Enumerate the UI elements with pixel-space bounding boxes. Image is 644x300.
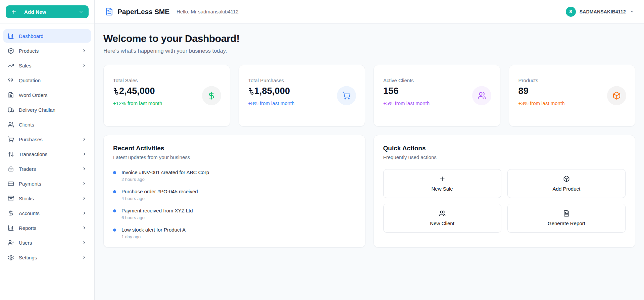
list-item: Invoice #INV-001 created for ABC Corp 2 … [113,169,356,182]
package-icon [563,176,570,182]
stat-card-total-sales: Total Sales 2,45,000 +12% from last mont… [103,65,230,127]
sidebar-item-label: Traders [19,166,36,172]
sidebar-item-label: Stocks [19,196,34,201]
sidebar-item-label: Reports [19,225,37,231]
taka-currency-symbol [248,87,254,95]
stat-number: 89 [518,86,529,96]
stat-label: Active Clients [383,78,491,83]
stat-icon-circle [472,86,491,105]
sidebar-item-reports[interactable]: Reports [3,221,91,235]
dashboard-content: Welcome to your Dashboard! Here's what's… [95,23,644,300]
quick-actions-grid: New Sale Add Product New Client Gen [383,169,626,233]
quick-action-label: Generate Report [548,220,585,226]
taka-currency-symbol [113,87,119,95]
plus-icon [11,9,17,15]
quote-icon [8,77,14,84]
stat-label: Total Sales [113,78,220,83]
file-text-icon [563,210,570,217]
quick-action-label: New Sale [432,186,453,192]
arrow-up-down-icon [8,151,14,157]
stat-number: 156 [383,86,399,96]
sidebar-item-purchases[interactable]: Purchases [3,133,91,146]
activity-time: 4 hours ago [121,196,198,201]
sidebar-item-label: Dashboard [19,33,43,39]
sidebar-item-word-orders[interactable]: Word Orders [3,88,91,102]
stat-card-total-purchases: Total Purchases 1,85,000 +8% from last m… [239,65,365,127]
sidebar-item-transactions[interactable]: Transactions [3,147,91,161]
sidebar-top: Add New [0,0,94,23]
dollar-icon [207,92,216,100]
page-title: Welcome to your Dashboard! [103,33,635,44]
new-client-button[interactable]: New Client [383,204,501,233]
sidebar-item-settings[interactable]: Settings [3,251,91,264]
activity-list: Invoice #INV-001 created for ABC Corp 2 … [113,169,356,239]
package-icon [612,92,621,100]
chevron-right-icon [82,63,87,68]
sidebar-item-label: Settings [19,255,37,260]
users-icon [439,210,446,217]
file-text-icon [105,7,113,16]
sidebar-item-products[interactable]: Products [3,44,91,57]
app-root: Add New Dashboard Products Sales Qu [0,0,644,300]
list-item: Low stock alert for Product A 1 day ago [113,227,356,239]
sidebar-item-delivery-challan[interactable]: Delivery Challan [3,103,91,116]
add-product-button[interactable]: Add Product [507,169,626,198]
sidebar-item-label: Transactions [19,151,47,157]
sidebar-item-sales[interactable]: Sales [3,59,91,72]
recent-activities-panel: Recent Activities Latest updates from yo… [103,135,365,248]
sidebar-item-traders[interactable]: Traders [3,162,91,176]
stat-number: 2,45,000 [119,86,155,96]
chevron-right-icon [82,240,87,245]
page-subtitle: Here's what's happening with your busine… [103,48,635,54]
sidebar-item-users[interactable]: Users [3,236,91,249]
quick-actions-panel: Quick Actions Frequently used actions Ne… [374,135,636,248]
panel-subtitle: Latest updates from your business [113,154,356,160]
activity-time: 2 hours ago [121,177,209,182]
app-title: PaperLess SME [117,8,169,16]
main-column: PaperLess SME Hello, Mr sadmansakib4112 … [95,0,644,300]
list-item: Payment received from XYZ Ltd 6 hours ag… [113,208,356,220]
quick-action-label: New Client [430,220,454,226]
new-sale-button[interactable]: New Sale [383,169,501,198]
stat-number: 1,85,000 [254,86,290,96]
credit-card-icon [8,181,14,187]
activity-text: Purchase order #PO-045 received [121,189,198,194]
sidebar-item-label: Users [19,240,32,246]
panel-title: Quick Actions [383,145,626,152]
panel-title: Recent Activities [113,145,356,152]
sidebar-item-label: Payments [19,181,41,187]
sidebar-item-payments[interactable]: Payments [3,177,91,190]
stat-icon-circle [202,86,221,105]
stat-card-active-clients: Active Clients 156 +5% from last month [374,65,500,127]
bullet-dot-icon [113,209,116,212]
activity-time: 6 hours ago [121,215,193,220]
bottom-row: Recent Activities Latest updates from yo… [103,135,635,248]
sidebar: Add New Dashboard Products Sales Qu [0,0,95,300]
chevron-down-icon [79,9,84,14]
topbar: PaperLess SME Hello, Mr sadmansakib4112 … [95,0,644,23]
add-new-button[interactable]: Add New [6,5,89,18]
generate-report-button[interactable]: Generate Report [507,204,626,233]
activity-text: Invoice #INV-001 created for ABC Corp [121,169,209,175]
sidebar-item-clients[interactable]: Clients [3,118,91,131]
brand: PaperLess SME [105,7,169,16]
sidebar-item-label: Word Orders [19,92,48,98]
list-item: Purchase order #PO-045 received 4 hours … [113,189,356,201]
user-menu[interactable]: S SADMANSAKIB4112 [566,7,635,17]
truck-icon [8,107,14,113]
sidebar-item-label: Quotation [19,78,41,83]
sidebar-item-label: Products [19,48,39,54]
bullet-dot-icon [113,171,116,174]
activity-text: Low stock alert for Product A [121,227,186,233]
sidebar-item-label: Accounts [19,210,40,216]
shopping-cart-icon [342,92,351,100]
sidebar-item-accounts[interactable]: Accounts [3,206,91,220]
chevron-right-icon [82,211,87,215]
avatar: S [566,7,576,17]
file-text-icon [8,92,14,98]
sidebar-item-stocks[interactable]: Stocks [3,192,91,205]
sidebar-item-quotation[interactable]: Quotation [3,73,91,87]
stats-row: Total Sales 2,45,000 +12% from last mont… [103,65,635,127]
sidebar-item-dashboard[interactable]: Dashboard [3,29,91,43]
archive-icon [8,195,14,202]
